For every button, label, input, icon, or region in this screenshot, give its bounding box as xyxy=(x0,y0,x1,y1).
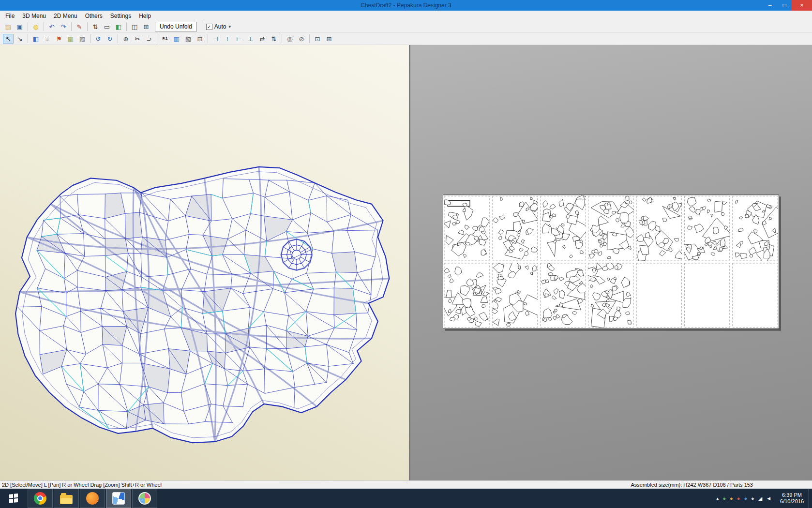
taskbar-clock[interactable]: 6:39 PM 6/10/2016 xyxy=(775,489,809,508)
rotate-ccw-icon[interactable]: ↺ xyxy=(93,34,104,44)
toolbar-separator xyxy=(282,34,282,43)
menu-2d-menu[interactable]: 2D Menu xyxy=(50,12,81,20)
menu-file[interactable]: File xyxy=(1,12,18,20)
edit-pen-icon[interactable]: ✎ xyxy=(74,22,85,31)
taskbar-pepakura-designer[interactable] xyxy=(106,489,131,508)
menu-settings[interactable]: Settings xyxy=(106,12,135,20)
select-move-icon[interactable]: ↖ xyxy=(3,34,14,44)
volume-icon[interactable]: ◄ xyxy=(766,495,771,501)
save-file-icon[interactable]: ▣ xyxy=(15,22,25,31)
taskbar-file-explorer[interactable] xyxy=(54,489,79,508)
minimize-button[interactable]: – xyxy=(763,0,777,11)
tray-icon-orange-icon[interactable]: ● xyxy=(730,495,733,501)
select-edge-icon[interactable]: ↘ xyxy=(15,34,25,44)
align-left-icon[interactable]: ⊣ xyxy=(211,34,221,44)
show-hidden-icons-icon[interactable]: ▴ xyxy=(716,495,719,502)
2d-pattern-canvas xyxy=(410,45,812,480)
arrange-all-icon[interactable]: ⊞ xyxy=(324,34,334,44)
toolbar-separator xyxy=(208,34,208,43)
toolbar-separator xyxy=(71,22,72,31)
cut-edge-icon[interactable]: ✂ xyxy=(132,34,143,44)
titlebar[interactable]: ChestDraft2 - Pepakura Designer 3 – □ × xyxy=(0,0,812,11)
toolbar-separator xyxy=(309,34,310,43)
toolbar-separator xyxy=(28,34,28,43)
tray-icon-blue-icon[interactable]: ● xyxy=(744,495,747,501)
scale-chart-icon[interactable]: ▥ xyxy=(171,34,182,44)
toolbar-2d-icons: ↖↘◧≡⚑▦▨↺↻⊕✂⊃P.1▥▧⊟⊣⊤⊢⊥⇄⇅◎⊘⊡⊞ xyxy=(2,34,335,44)
align-top-icon[interactable]: ⊤ xyxy=(222,34,233,44)
check-overlap-icon[interactable]: ◎ xyxy=(285,34,295,44)
maximize-button[interactable]: □ xyxy=(777,0,792,11)
menu-others[interactable]: Others xyxy=(81,12,106,20)
3d-view[interactable] xyxy=(0,45,409,480)
window-title: ChestDraft2 - Pepakura Designer 3 xyxy=(0,2,812,9)
page-number-icon[interactable]: P.1 xyxy=(160,34,170,44)
menu-help[interactable]: Help xyxy=(135,12,155,20)
system-tray: ▴●●●●●◢◄ xyxy=(712,489,775,508)
statusbar-mode-text: 2D [Select/Move] L [Pan] R or Wheel Drag… xyxy=(2,482,162,488)
glue-tab-icon[interactable]: ⊃ xyxy=(144,34,154,44)
taskbar-apps xyxy=(0,489,158,508)
redo-icon[interactable]: ↷ xyxy=(58,22,69,31)
check-pattern-icon[interactable]: ▨ xyxy=(77,34,88,44)
main-split-view xyxy=(0,45,812,480)
distribute-horizontal-icon[interactable]: ⇄ xyxy=(257,34,268,44)
taskbar-start-button[interactable] xyxy=(0,489,27,508)
flag-face-icon[interactable]: ⚑ xyxy=(54,34,64,44)
clear-check-icon[interactable]: ⊘ xyxy=(296,34,307,44)
clock-time: 6:39 PM xyxy=(780,492,804,498)
taskbar-chrome[interactable] xyxy=(28,489,53,508)
undo-icon[interactable]: ↶ xyxy=(46,22,57,31)
export-image-icon[interactable]: ▧ xyxy=(183,34,194,44)
join-edge-icon[interactable]: ⊕ xyxy=(120,34,131,44)
toolbar-separator xyxy=(90,34,90,43)
taskbar-app-orange[interactable] xyxy=(80,489,105,508)
file-explorer-icon xyxy=(60,495,73,504)
app-orange-icon xyxy=(86,492,99,505)
taskbar: ▴●●●●●◢◄ 6:39 PM 6/10/2016 xyxy=(0,489,812,508)
align-right-icon[interactable]: ⊢ xyxy=(234,34,244,44)
print-icon[interactable]: ⊟ xyxy=(195,34,205,44)
toolbar-2d: ↖↘◧≡⚑▦▨↺↻⊕✂⊃P.1▥▧⊟⊣⊤⊢⊥⇄⇅◎⊘⊡⊞ xyxy=(0,33,812,45)
toolbar-separator xyxy=(44,22,44,31)
toolbar-main: ▤▣◍↶↷✎⇅▭◧◫⊞ Undo Unfold ✓ Auto ▾ xyxy=(0,21,812,33)
app-window: ChestDraft2 - Pepakura Designer 3 – □ × … xyxy=(0,0,812,508)
layout-both-views-icon[interactable]: ◫ xyxy=(129,22,140,31)
paint-face-icon[interactable]: ◧ xyxy=(30,34,41,44)
clock-date: 6/10/2016 xyxy=(780,498,804,505)
align-bottom-icon[interactable]: ⊥ xyxy=(245,34,256,44)
network-icon[interactable]: ◢ xyxy=(758,495,762,502)
toolbar-separator xyxy=(126,22,127,31)
undo-unfold-button[interactable]: Undo Unfold xyxy=(155,22,197,31)
auto-label: Auto xyxy=(214,23,226,30)
menubar: File3D Menu2D MenuOthersSettingsHelp xyxy=(0,11,812,21)
auto-dropdown-arrow[interactable]: ▾ xyxy=(228,24,231,29)
taskbar-paint[interactable] xyxy=(132,489,157,508)
tray-icon-gray-icon[interactable]: ● xyxy=(751,495,754,501)
pepakura-designer-icon xyxy=(112,492,125,505)
light-hint-icon[interactable]: ◍ xyxy=(30,22,41,31)
flip-model-icon[interactable]: ⇅ xyxy=(90,22,101,31)
arrange-parts-icon[interactable]: ⊡ xyxy=(312,34,323,44)
toolbar-separator xyxy=(118,34,118,43)
tray-icon-red-icon[interactable]: ● xyxy=(737,495,740,501)
layout-single-view-icon[interactable]: ⊞ xyxy=(141,22,151,31)
toolbar-separator xyxy=(202,22,202,31)
start-button-icon xyxy=(9,493,18,503)
rotate-cw-icon[interactable]: ↻ xyxy=(105,34,115,44)
open-file-icon[interactable]: ▤ xyxy=(3,22,14,31)
parts-list-icon[interactable]: ≡ xyxy=(42,34,53,44)
texture-view-icon[interactable]: ▦ xyxy=(65,34,76,44)
statusbar-assembled-size: Assembled size(mm): H242 W367 D106 / Par… xyxy=(631,482,753,488)
2d-view[interactable] xyxy=(410,45,812,480)
distribute-vertical-icon[interactable]: ⇅ xyxy=(269,34,279,44)
bounding-box-icon[interactable]: ▭ xyxy=(102,22,112,31)
statusbar: 2D [Select/Move] L [Pan] R or Wheel Drag… xyxy=(0,480,812,489)
menu-3d-menu[interactable]: 3D Menu xyxy=(18,12,50,20)
toolbar-separator xyxy=(87,22,88,31)
tray-icon-green-icon[interactable]: ● xyxy=(722,495,726,501)
close-button[interactable]: × xyxy=(792,0,812,11)
cube-3d-icon[interactable]: ◧ xyxy=(113,22,124,31)
auto-checkbox[interactable]: ✓ xyxy=(206,24,212,30)
show-desktop-button[interactable] xyxy=(809,489,812,508)
